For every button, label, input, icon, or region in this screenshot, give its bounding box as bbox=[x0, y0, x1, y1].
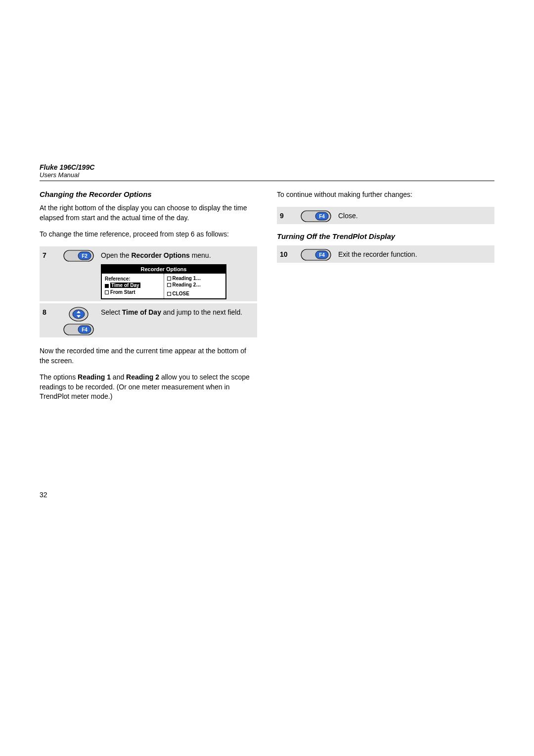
right-column: To continue without making further chang… bbox=[277, 190, 494, 409]
opt-time-of-day[interactable]: Time of Day bbox=[105, 282, 161, 289]
opt-close[interactable]: CLOSE bbox=[167, 290, 223, 297]
step-number: 10 bbox=[280, 247, 294, 258]
svg-text:F4: F4 bbox=[82, 327, 88, 332]
para-readings: The options Reading 1 and Reading 2 allo… bbox=[40, 373, 257, 402]
f4-key-icon: F4 bbox=[301, 249, 331, 261]
recorder-options-menu: Recorder Options Reference: Time of Day … bbox=[101, 264, 226, 299]
para-after-steps: Now the recorded time and the current ti… bbox=[40, 346, 257, 366]
section-title-turn-off: Turning Off the TrendPlot Display bbox=[277, 232, 494, 240]
step-8-row: 8 F4 bbox=[40, 303, 257, 337]
reference-label: Reference: bbox=[105, 276, 131, 282]
step-10-row: 10 F4 Exit the recorder function. bbox=[277, 245, 494, 263]
f4-key-icon: F4 bbox=[301, 210, 331, 222]
recorder-menu-title: Recorder Options bbox=[102, 265, 225, 274]
section-title-recorder-options: Changing the Recorder Options bbox=[40, 190, 257, 198]
arrow-up-down-icon bbox=[69, 307, 89, 322]
left-column: Changing the Recorder Options At the rig… bbox=[40, 190, 257, 409]
step-9-text: Close. bbox=[338, 209, 491, 221]
step-number: 7 bbox=[43, 248, 56, 259]
page-number: 32 bbox=[40, 491, 47, 499]
svg-text:F4: F4 bbox=[319, 252, 325, 257]
step-10-text: Exit the recorder function. bbox=[338, 247, 491, 259]
step-7-text: Open the Recorder Options menu. Recorder… bbox=[101, 248, 254, 299]
opt-reading-1[interactable]: Reading 1… bbox=[167, 275, 223, 282]
f2-key-icon: F2 bbox=[63, 250, 94, 262]
step-8-text: Select Time of Day and jump to the next … bbox=[101, 305, 254, 317]
para-intro-2: To change the time reference, proceed fr… bbox=[40, 230, 257, 239]
step-7-row: 7 F2 Open the Recorder Options menu. Rec… bbox=[40, 246, 257, 301]
header: Fluke 196C/199C Users Manual bbox=[40, 163, 494, 181]
svg-text:F2: F2 bbox=[82, 253, 88, 258]
manual-label: Users Manual bbox=[40, 171, 494, 179]
svg-text:F4: F4 bbox=[319, 213, 325, 219]
step-9-row: 9 F4 Close. bbox=[277, 207, 494, 224]
right-intro: To continue without making further chang… bbox=[277, 190, 494, 200]
opt-reading-2[interactable]: Reading 2… bbox=[167, 282, 223, 288]
opt-from-start[interactable]: From Start bbox=[105, 289, 161, 296]
product-name: Fluke 196C/199C bbox=[40, 163, 494, 171]
f4-key-icon: F4 bbox=[63, 324, 94, 335]
step-number: 8 bbox=[43, 305, 56, 316]
step-number: 9 bbox=[280, 209, 294, 220]
para-intro-1: At the right bottom of the display you c… bbox=[40, 203, 257, 223]
